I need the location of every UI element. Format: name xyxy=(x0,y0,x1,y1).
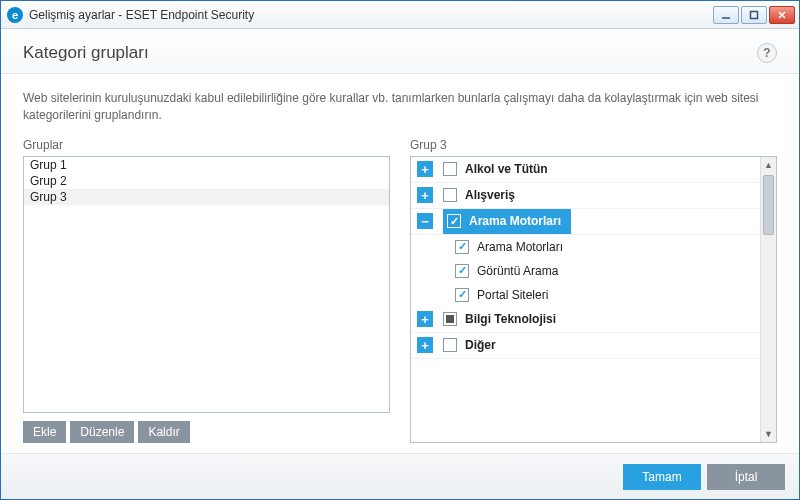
checkbox[interactable] xyxy=(443,162,457,176)
scrollbar[interactable]: ▲ ▼ xyxy=(760,157,776,442)
tree-row-label: Alışveriş xyxy=(465,188,515,202)
expand-icon[interactable]: + xyxy=(417,337,433,353)
tree-row[interactable]: +Diğer xyxy=(411,333,760,359)
scroll-up-icon[interactable]: ▲ xyxy=(761,157,776,173)
columns: Gruplar Grup 1Grup 2Grup 3 Ekle Düzenle … xyxy=(23,138,777,443)
detail-column: Grup 3 +Alkol ve Tütün+Alışveriş−Arama M… xyxy=(410,138,777,443)
window-title: Gelişmiş ayarlar - ESET Endpoint Securit… xyxy=(29,8,713,22)
category-tree[interactable]: +Alkol ve Tütün+Alışveriş−Arama Motorlar… xyxy=(410,156,777,443)
group-buttons: Ekle Düzenle Kaldır xyxy=(23,421,390,443)
help-button[interactable]: ? xyxy=(757,43,777,63)
tree-row[interactable]: +Alışveriş xyxy=(411,183,760,209)
groups-label: Gruplar xyxy=(23,138,390,152)
group-item[interactable]: Grup 3 xyxy=(24,189,389,205)
app-logo-icon: e xyxy=(7,7,23,23)
expand-icon[interactable]: + xyxy=(417,311,433,327)
dialog-header: Kategori grupları ? xyxy=(1,29,799,74)
tree-child-row[interactable]: Portal Siteleri xyxy=(411,283,760,307)
checkbox[interactable] xyxy=(443,312,457,326)
edit-button[interactable]: Düzenle xyxy=(70,421,134,443)
groups-column: Gruplar Grup 1Grup 2Grup 3 Ekle Düzenle … xyxy=(23,138,390,443)
tree-row[interactable]: +Alkol ve Tütün xyxy=(411,157,760,183)
ok-button[interactable]: Tamam xyxy=(623,464,701,490)
groups-listbox[interactable]: Grup 1Grup 2Grup 3 xyxy=(23,156,390,413)
tree-row-label: Alkol ve Tütün xyxy=(465,162,548,176)
checkbox[interactable] xyxy=(455,288,469,302)
dialog-footer: Tamam İptal xyxy=(1,453,799,499)
scroll-down-icon[interactable]: ▼ xyxy=(761,426,776,442)
remove-button[interactable]: Kaldır xyxy=(138,421,189,443)
detail-label: Grup 3 xyxy=(410,138,777,152)
checkbox[interactable] xyxy=(443,338,457,352)
page-title: Kategori grupları xyxy=(23,43,149,63)
checkbox[interactable] xyxy=(447,214,461,228)
checkbox[interactable] xyxy=(455,240,469,254)
minimize-button[interactable] xyxy=(713,6,739,24)
tree-row-label: Bilgi Teknolojisi xyxy=(465,312,556,326)
expand-icon[interactable]: + xyxy=(417,187,433,203)
dialog-body: Web sitelerinin kuruluşunuzdaki kabul ed… xyxy=(1,74,799,453)
tree-row-label: Arama Motorları xyxy=(477,240,563,254)
tree-child-row[interactable]: Görüntü Arama xyxy=(411,259,760,283)
close-button[interactable] xyxy=(769,6,795,24)
tree-row-label: Görüntü Arama xyxy=(477,264,558,278)
collapse-icon[interactable]: − xyxy=(417,213,433,229)
tree-row-label: Arama Motorları xyxy=(469,214,561,228)
scroll-thumb[interactable] xyxy=(763,175,774,235)
window-controls xyxy=(713,6,795,24)
checkbox[interactable] xyxy=(455,264,469,278)
group-item[interactable]: Grup 1 xyxy=(24,157,389,173)
group-item[interactable]: Grup 2 xyxy=(24,173,389,189)
svg-rect-1 xyxy=(751,11,758,18)
tree-row-label: Diğer xyxy=(465,338,496,352)
add-button[interactable]: Ekle xyxy=(23,421,66,443)
tree-row[interactable]: +Bilgi Teknolojisi xyxy=(411,307,760,333)
tree-child-row[interactable]: Arama Motorları xyxy=(411,235,760,259)
cancel-button[interactable]: İptal xyxy=(707,464,785,490)
dialog-window: e Gelişmiş ayarlar - ESET Endpoint Secur… xyxy=(0,0,800,500)
expand-icon[interactable]: + xyxy=(417,161,433,177)
tree-row-label: Portal Siteleri xyxy=(477,288,548,302)
titlebar: e Gelişmiş ayarlar - ESET Endpoint Secur… xyxy=(1,1,799,29)
checkbox[interactable] xyxy=(443,188,457,202)
tree-row[interactable]: −Arama Motorları xyxy=(411,209,760,235)
maximize-button[interactable] xyxy=(741,6,767,24)
description-text: Web sitelerinin kuruluşunuzdaki kabul ed… xyxy=(23,90,777,124)
